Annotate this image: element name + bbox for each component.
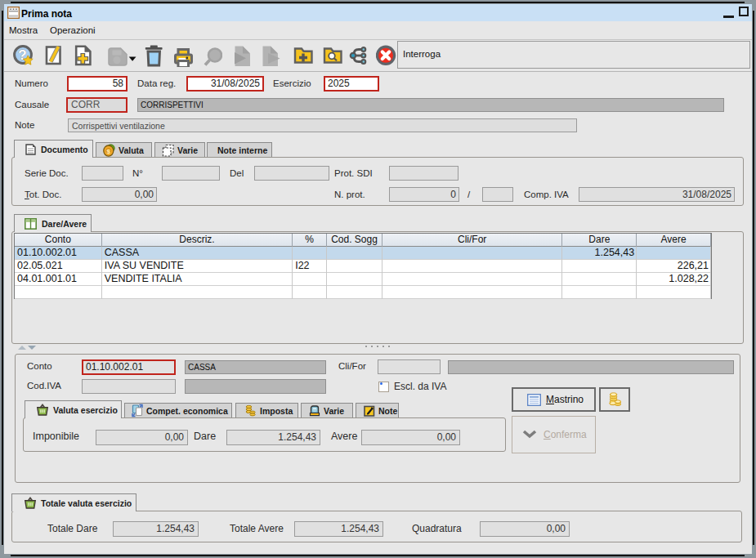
svg-text:$: $ bbox=[107, 147, 111, 154]
